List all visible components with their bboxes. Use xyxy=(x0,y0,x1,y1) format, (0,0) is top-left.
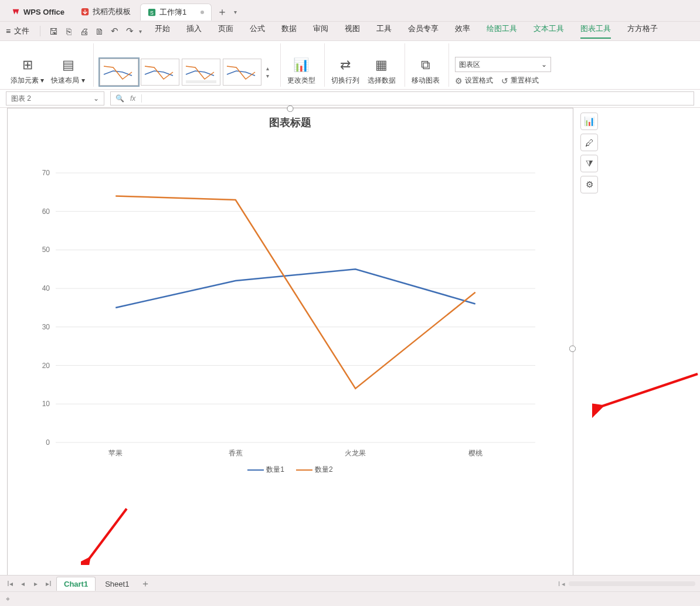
menu-formula[interactable]: 公式 xyxy=(250,23,265,39)
svg-text:20: 20 xyxy=(42,362,50,370)
chart-side-buttons: 📊 🖊 ⧩ ⚙ xyxy=(580,113,598,193)
quick-layout-icon: ▤ xyxy=(62,57,74,73)
legend-label: 数量1 xyxy=(266,465,284,475)
ribbon-group-data: ⇄ 切换行列 ▦ 选择数据 xyxy=(324,43,402,87)
sheet-tab-chart1[interactable]: Chart1 xyxy=(56,577,96,591)
add-sheet-button[interactable]: ＋ xyxy=(138,578,152,590)
save-icon[interactable]: 🖫 xyxy=(46,24,60,38)
chart-style-3[interactable] xyxy=(182,59,220,86)
menu-fangfang[interactable]: 方方格子 xyxy=(627,23,658,39)
separator xyxy=(40,26,40,36)
hamburger-icon[interactable]: ≡ xyxy=(6,26,11,36)
chart-settings-button[interactable]: ⚙ xyxy=(580,176,598,193)
chart-legend[interactable]: 数量1数量2 xyxy=(8,465,573,475)
change-type-label: 更改类型 xyxy=(287,76,315,86)
tab-template-label: 找稻壳模板 xyxy=(93,6,131,17)
set-format-button[interactable]: ⚙设置格式 xyxy=(455,76,493,86)
scrollbar-track[interactable] xyxy=(569,581,695,586)
select-data-button[interactable]: ▦ 选择数据 xyxy=(367,57,396,86)
chart-style-1[interactable] xyxy=(100,59,138,86)
menu-charttools[interactable]: 图表工具 xyxy=(580,23,611,39)
tab-wps-office[interactable]: WPS Office xyxy=(5,4,72,20)
tab-app-label: WPS Office xyxy=(23,8,64,16)
add-element-button[interactable]: ⊞ 添加元素 ▾ xyxy=(11,57,44,86)
switch-rowcol-button[interactable]: ⇄ 切换行列 xyxy=(331,57,360,86)
svg-text:0: 0 xyxy=(46,438,50,447)
ribbon-group-move: ⧉ 移动图表 xyxy=(405,43,446,87)
chart-filter-button[interactable]: ⧩ xyxy=(580,155,598,172)
change-type-button[interactable]: 📊 更改类型 xyxy=(287,57,316,86)
sheet-tab-sheet1[interactable]: Sheet1 xyxy=(98,577,136,591)
chart-object[interactable]: 图表标题 010203040506070苹果香蕉火龙果樱桃 数量1数量2 xyxy=(7,108,573,590)
fx-label: fx xyxy=(130,94,135,103)
move-chart-icon: ⧉ xyxy=(421,57,430,73)
reset-style-button[interactable]: ↺重置样式 xyxy=(501,76,539,86)
resize-handle-right[interactable] xyxy=(569,346,576,352)
select-data-icon: ▦ xyxy=(375,57,388,73)
quickbar-dropdown-icon[interactable]: ▾ xyxy=(139,28,142,35)
menu-texttools[interactable]: 文本工具 xyxy=(534,23,564,39)
undo-icon[interactable]: ↶ xyxy=(107,24,121,38)
reset-style-label: 重置样式 xyxy=(511,76,539,86)
set-format-icon: ⚙ xyxy=(455,76,463,86)
formula-input[interactable]: 🔍 fx xyxy=(110,91,694,105)
tab-list-dropdown-icon[interactable]: ▾ xyxy=(234,9,237,15)
menu-start[interactable]: 开始 xyxy=(155,23,170,39)
ribbon-group-elements: ⊞ 添加元素 ▾ ▤ 快速布局 ▾ xyxy=(5,43,91,87)
svg-text:火龙果: 火龙果 xyxy=(345,449,366,457)
legend-item[interactable]: 数量2 xyxy=(296,465,333,475)
chart-styles-button[interactable]: 🖊 xyxy=(580,134,598,151)
chart-elements-button[interactable]: 📊 xyxy=(580,113,598,130)
chart-plot[interactable]: 010203040506070苹果香蕉火龙果樱桃 xyxy=(31,161,547,460)
menu-review[interactable]: 审阅 xyxy=(313,23,328,39)
menu-page[interactable]: 页面 xyxy=(218,23,233,39)
move-chart-button[interactable]: ⧉ 移动图表 xyxy=(411,57,440,86)
tab-workbook[interactable]: S 工作簿1 xyxy=(140,4,212,21)
svg-rect-3 xyxy=(186,80,216,83)
scroll-left-icon[interactable]: Ⅰ ◂ xyxy=(558,580,565,588)
menu-tools[interactable]: 工具 xyxy=(376,23,392,39)
quick-layout-button[interactable]: ▤ 快速布局 ▾ xyxy=(51,57,84,86)
sheet-nav-first[interactable]: I◂ xyxy=(5,580,15,588)
menu-drawtools[interactable]: 绘图工具 xyxy=(487,23,517,39)
menu-efficiency[interactable]: 效率 xyxy=(455,23,470,39)
svg-text:樱桃: 樱桃 xyxy=(468,449,482,457)
svg-text:S: S xyxy=(150,9,154,15)
menu-file[interactable]: 文件 xyxy=(14,26,29,36)
tab-template[interactable]: 找稻壳模板 xyxy=(74,4,138,20)
chart-style-thumbs: ▴▾ xyxy=(100,59,272,86)
app-tabbar: WPS Office 找稻壳模板 S 工作簿1 ＋ ▾ xyxy=(0,0,700,21)
menu-member[interactable]: 会员专享 xyxy=(408,23,439,39)
sheet-nav-last[interactable]: ▸I xyxy=(43,580,54,588)
redo-icon[interactable]: ↷ xyxy=(123,24,137,38)
menu-data[interactable]: 数据 xyxy=(281,23,297,39)
legend-label: 数量2 xyxy=(315,465,333,475)
add-element-icon: ⊞ xyxy=(22,57,33,73)
legend-item[interactable]: 数量1 xyxy=(247,465,284,475)
svg-text:70: 70 xyxy=(42,169,50,177)
chevron-down-icon: ⌄ xyxy=(541,60,547,69)
chart-style-4[interactable] xyxy=(223,59,261,86)
ribbon: ⊞ 添加元素 ▾ ▤ 快速布局 ▾ ▴▾ 📊 更改类型 ⇄ 切换行列 ▦ 选择数… xyxy=(0,41,700,90)
status-icon[interactable]: ⌖ xyxy=(6,595,10,603)
new-tab-button[interactable]: ＋ xyxy=(214,4,230,20)
name-box[interactable]: 图表 2 ⌄ xyxy=(6,91,104,105)
worksheet-canvas: 图表标题 010203040506070苹果香蕉火龙果樱桃 数量1数量2 📊 🖊… xyxy=(0,108,700,588)
menu-insert[interactable]: 插入 xyxy=(186,23,202,39)
export-icon[interactable]: ⎘ xyxy=(62,24,76,38)
resize-handle-top[interactable] xyxy=(287,105,294,112)
chevron-down-icon: ⌄ xyxy=(93,94,99,103)
print-icon[interactable]: 🖨 xyxy=(77,24,91,38)
sheet-nav-next[interactable]: ▸ xyxy=(30,580,41,588)
menu-view[interactable]: 视图 xyxy=(345,23,360,39)
switch-rowcol-label: 切换行列 xyxy=(331,76,359,86)
svg-text:苹果: 苹果 xyxy=(108,449,123,457)
sheet-nav-prev[interactable]: ◂ xyxy=(18,580,28,588)
svg-text:40: 40 xyxy=(42,284,50,292)
chart-area-select[interactable]: 图表区 ⌄ xyxy=(455,57,551,72)
print-preview-icon[interactable]: 🗎 xyxy=(92,24,106,38)
chart-style-2[interactable] xyxy=(141,59,179,86)
tab-modified-dot-icon xyxy=(201,11,204,14)
svg-text:10: 10 xyxy=(42,400,50,408)
chart-style-more[interactable]: ▴▾ xyxy=(264,65,272,79)
